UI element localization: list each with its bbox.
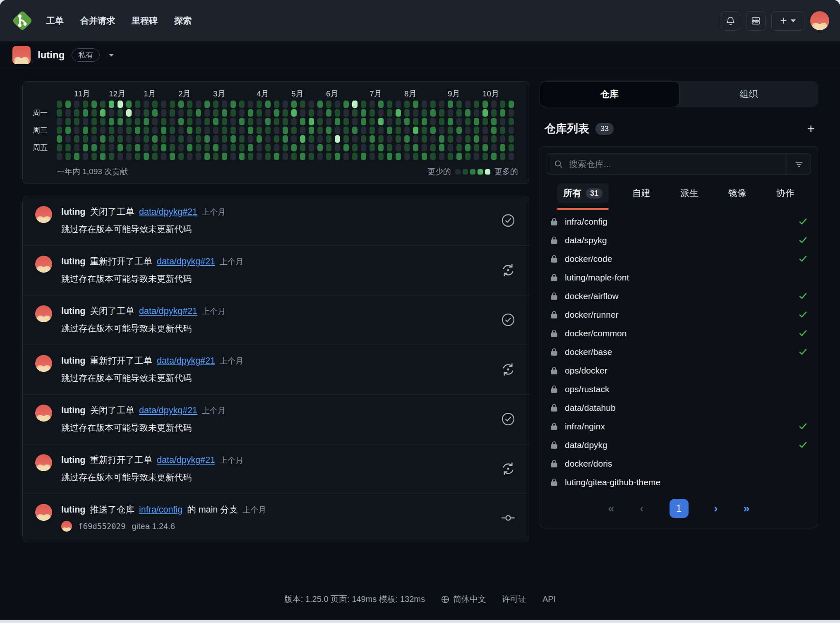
repo-row[interactable]: data/dpykg (540, 436, 818, 454)
heatmap-cell (91, 153, 97, 160)
heatmap-cell (57, 109, 62, 117)
pagination-first-button[interactable]: « (608, 502, 614, 515)
heatmap-cell (161, 118, 166, 125)
heatmap-cell (474, 118, 479, 125)
pagination-current-page[interactable]: 1 (670, 499, 689, 518)
heatmap-cell (91, 109, 97, 117)
lock-icon (550, 236, 558, 244)
pagination-last-button[interactable]: » (744, 502, 750, 515)
heatmap-cell (430, 101, 436, 108)
activity-body: 跳过存在版本可能导致未更新代码 (61, 223, 500, 235)
repo-row[interactable]: docker/airflow (540, 287, 818, 305)
repo-row[interactable]: docker/code (540, 249, 818, 268)
repo-name: docker/airflow (565, 291, 619, 301)
filter-tab-collaborative[interactable]: 协作 (770, 180, 801, 210)
heatmap-cell (343, 101, 349, 108)
profile-avatar[interactable] (12, 46, 31, 64)
new-repo-plus-icon[interactable]: + (807, 122, 815, 135)
notifications-button[interactable] (721, 11, 740, 31)
api-link[interactable]: API (542, 594, 556, 604)
heatmap-cell (430, 118, 436, 125)
activity-link[interactable]: data/dpykg#21 (139, 305, 197, 317)
activity-user[interactable]: luting (61, 305, 86, 317)
filter-tab-mirrors[interactable]: 镜像 (722, 180, 753, 210)
license-link[interactable]: 许可证 (502, 594, 527, 605)
heatmap-cell (230, 101, 236, 108)
lock-icon (550, 460, 558, 468)
repo-row[interactable]: data/datahub (540, 398, 818, 417)
repo-row[interactable]: docker/runner (540, 305, 818, 324)
commit-sha[interactable]: f69d552029 (78, 522, 125, 531)
avatar (35, 305, 52, 322)
user-avatar[interactable] (810, 11, 829, 30)
heatmap-cell (239, 118, 245, 125)
filter-tab-pill: 所有31 (557, 183, 609, 203)
repo-row[interactable]: infra/config (540, 212, 818, 231)
repo-search-input[interactable] (568, 159, 787, 170)
heatmap-cell (439, 144, 444, 151)
profile-dropdown-caret-icon[interactable] (109, 54, 114, 57)
heatmap-cell (404, 135, 410, 143)
repo-name: docker/common (565, 328, 626, 338)
heatmap-cell (196, 153, 201, 160)
nav-item-issues[interactable]: 工单 (46, 15, 64, 26)
heatmap-cell (482, 109, 488, 117)
heatmap-cell (283, 144, 288, 151)
nav-item-pull-requests[interactable]: 合并请求 (80, 15, 115, 26)
pagination-next-button[interactable]: › (714, 502, 718, 515)
repo-row[interactable]: ops/docker (540, 361, 818, 380)
repo-list-header: 仓库列表 33 + (545, 121, 815, 136)
language-link[interactable]: 简体中文 (441, 594, 486, 605)
tab-organizations[interactable]: 组织 (679, 81, 818, 107)
repo-row[interactable]: data/spykg (540, 231, 818, 249)
heatmap-cell (343, 127, 349, 134)
heatmap-cell (309, 144, 314, 151)
heatmap-cell (343, 118, 349, 125)
activity-link[interactable]: data/dpykg#21 (139, 405, 197, 416)
activity-user[interactable]: luting (61, 405, 86, 416)
commit-row: f69d552029gitea 1.24.6 (61, 521, 500, 532)
activity-user[interactable]: luting (61, 355, 86, 367)
activity-link[interactable]: data/dpykg#21 (157, 256, 215, 267)
heatmap-cell (204, 101, 210, 108)
pagination-prev-button[interactable]: ‹ (640, 502, 644, 515)
repo-row[interactable]: docker/doris (540, 454, 818, 473)
repo-row[interactable]: infra/nginx (540, 417, 818, 436)
activity-user[interactable]: luting (61, 454, 86, 466)
activity-link[interactable]: infra/config (139, 504, 182, 515)
tab-repositories[interactable]: 仓库 (540, 81, 679, 107)
heatmap-cell (317, 101, 323, 108)
heatmap-cell (283, 135, 288, 143)
repo-row[interactable]: luting/maple-font (540, 268, 818, 287)
activity-link[interactable]: data/dpykg#21 (157, 454, 215, 466)
legend-square (455, 169, 461, 175)
right-column: 仓库 组织 仓库列表 33 + (540, 81, 818, 528)
filter-tab-forks[interactable]: 派生 (674, 180, 705, 210)
heatmap-cell (65, 127, 71, 134)
activity-link[interactable]: data/dpykg#21 (157, 355, 215, 367)
heatmap-cell (109, 101, 114, 108)
activity-user[interactable]: luting (61, 504, 86, 515)
heatmap-cell (456, 127, 462, 134)
nav-item-milestones[interactable]: 里程碑 (132, 15, 158, 26)
heatmap-cell (222, 153, 227, 160)
repo-row[interactable]: ops/rustack (540, 380, 818, 398)
activity-user[interactable]: luting (61, 206, 86, 218)
heatmap-cell (239, 109, 245, 117)
repo-filter-button[interactable] (787, 153, 811, 175)
activity-user[interactable]: luting (61, 256, 86, 267)
admin-panel-button[interactable] (746, 11, 766, 31)
filter-tab-all[interactable]: 所有31 (557, 180, 609, 210)
activity-link[interactable]: data/dpykg#21 (139, 206, 197, 218)
heatmap-cell (170, 127, 175, 134)
filter-icon (794, 159, 804, 169)
repo-row[interactable]: docker/base (540, 343, 818, 361)
heatmap-cell (83, 118, 88, 125)
filter-tab-sources[interactable]: 自建 (626, 180, 657, 210)
license-label: 许可证 (502, 594, 527, 605)
repo-row[interactable]: docker/common (540, 324, 818, 343)
create-new-button[interactable]: + (771, 11, 804, 31)
repo-row[interactable]: luting/gitea-github-theme (540, 473, 818, 491)
nav-item-explore[interactable]: 探索 (174, 15, 192, 26)
gitea-logo-icon[interactable] (11, 9, 34, 32)
